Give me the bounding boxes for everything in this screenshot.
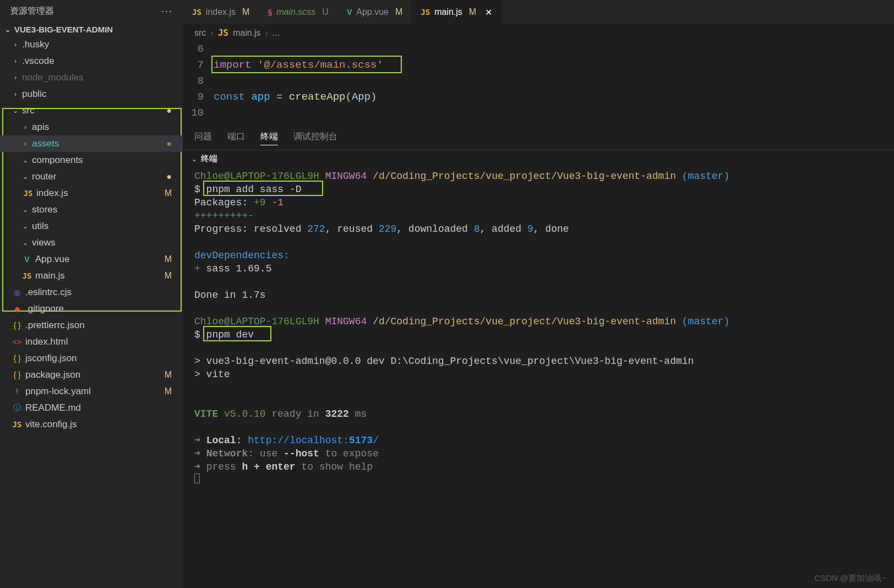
code-content[interactable]: import '@/assets/main.scss' const app = … <box>214 41 894 121</box>
js-icon: JS <box>22 189 34 198</box>
eslint-icon: ◎ <box>11 288 23 297</box>
tree-item-label: components <box>32 155 83 166</box>
chevron-icon: › <box>11 41 20 48</box>
status-badge: M <box>242 7 249 17</box>
status-badge: ● <box>166 172 172 182</box>
tab-debug-console[interactable]: 调试控制台 <box>293 131 337 145</box>
tree-item-label: README.md <box>25 402 81 413</box>
file-App.vue[interactable]: VApp.vueM <box>0 251 183 268</box>
tree-item-label: assets <box>32 138 59 149</box>
info-icon: ⓘ <box>11 403 23 413</box>
tab-label: main.scss <box>276 7 315 17</box>
file-.gitignore[interactable]: ◆.gitignore <box>0 301 183 317</box>
lock-icon: ! <box>11 387 23 396</box>
explorer-header: 资源管理器 ··· <box>0 0 183 23</box>
chevron-icon: › <box>11 74 20 81</box>
terminal-output[interactable]: Chloe@LAPTOP-176LGL9H MINGW64 /d/Coding_… <box>183 167 894 588</box>
folder-router[interactable]: ⌄router● <box>0 168 183 185</box>
js-icon: JS <box>11 420 23 429</box>
editor-tabs: JSindex.jsM§main.scssUVApp.vueMJSmain.js… <box>183 0 894 24</box>
tab-ports[interactable]: 端口 <box>227 131 245 145</box>
json-icon: { } <box>11 371 23 379</box>
tree-item-label: apis <box>32 122 49 133</box>
git-icon: ◆ <box>11 304 23 313</box>
tree-item-label: src <box>22 105 35 116</box>
file-index.html[interactable]: <>index.html <box>0 334 183 350</box>
js-icon: JS <box>192 8 201 17</box>
file-vite.config.js[interactable]: JSvite.config.js <box>0 416 183 433</box>
more-icon[interactable]: ··· <box>161 6 173 17</box>
chevron-icon: ⌄ <box>21 156 30 164</box>
file-.prettierrc.json[interactable]: { }.prettierrc.json <box>0 317 183 334</box>
status-badge: ● <box>166 106 172 116</box>
code-editor[interactable]: 6 7 8 9 10 import '@/assets/main.scss' c… <box>183 41 894 121</box>
chevron-icon: › <box>21 140 30 148</box>
chevron-icon: ⌄ <box>11 107 20 115</box>
file-package.json[interactable]: { }package.jsonM <box>0 367 183 383</box>
tree-item-label: public <box>22 89 46 100</box>
file-pnpm-lock.yaml[interactable]: !pnpm-lock.yamlM <box>0 383 183 400</box>
tab-App.vue[interactable]: VApp.vueM <box>338 0 412 24</box>
tree-item-label: node_modules <box>22 72 84 83</box>
tree-item-label: pnpm-lock.yaml <box>25 386 91 397</box>
tree-item-label: App.vue <box>35 254 69 265</box>
tree-item-label: views <box>32 237 56 248</box>
status-badge: U <box>322 7 329 17</box>
chevron-icon: › <box>11 57 20 65</box>
file-index.js[interactable]: JSindex.jsM <box>0 185 183 202</box>
breadcrumb[interactable]: src › JS main.js › ... <box>183 24 894 41</box>
chevron-icon: › <box>21 123 30 131</box>
tree-item-label: jsconfig.json <box>25 353 77 364</box>
folder-stores[interactable]: ⌄stores <box>0 202 183 218</box>
chevron-down-icon: ⌄ <box>190 155 199 163</box>
project-header[interactable]: ⌄ VUE3-BIG-EVENT-ADMIN <box>0 23 183 36</box>
folder-apis[interactable]: ›apis <box>0 119 183 135</box>
sidebar: 资源管理器 ··· ⌄ VUE3-BIG-EVENT-ADMIN ›.husky… <box>0 0 183 588</box>
chevron-right-icon: › <box>265 28 268 38</box>
status-badge: ● <box>166 139 172 149</box>
tab-index.js[interactable]: JSindex.jsM <box>183 0 259 24</box>
tab-main.js[interactable]: JSmain.jsM✕ <box>412 0 501 24</box>
json-icon: { } <box>11 321 23 330</box>
folder-src[interactable]: ⌄src● <box>0 102 183 119</box>
status-badge: M <box>165 271 172 281</box>
breadcrumb-seg: main.js <box>233 28 261 38</box>
folder-.husky[interactable]: ›.husky <box>0 36 183 53</box>
scss-icon: § <box>268 8 272 17</box>
vue-icon: V <box>21 255 33 264</box>
chevron-right-icon: › <box>210 28 213 38</box>
tree-item-label: utils <box>32 221 48 232</box>
tab-main.scss[interactable]: §main.scssU <box>259 0 337 24</box>
folder-utils[interactable]: ⌄utils <box>0 218 183 235</box>
js-icon: JS <box>218 28 228 38</box>
status-badge: M <box>165 188 172 198</box>
chevron-icon: ⌄ <box>21 173 30 181</box>
status-badge: M <box>165 386 172 396</box>
file-tree: ›.husky›.vscode›node_modules›public⌄src●… <box>0 36 183 588</box>
folder-public[interactable]: ›public <box>0 86 183 102</box>
terminal-header[interactable]: ⌄ 终端 <box>183 150 894 167</box>
folder-.vscode[interactable]: ›.vscode <box>0 53 183 69</box>
json-icon: { } <box>11 354 23 363</box>
close-icon[interactable]: ✕ <box>485 7 492 18</box>
folder-components[interactable]: ⌄components <box>0 152 183 168</box>
file-.eslintrc.cjs[interactable]: ◎.eslintrc.cjs <box>0 284 183 301</box>
folder-views[interactable]: ⌄views <box>0 235 183 251</box>
tree-item-label: router <box>32 171 56 182</box>
tab-label: App.vue <box>356 7 389 17</box>
folder-assets[interactable]: ›assets● <box>0 135 183 152</box>
folder-node_modules[interactable]: ›node_modules <box>0 69 183 86</box>
tab-problems[interactable]: 问题 <box>194 131 212 145</box>
file-README.md[interactable]: ⓘREADME.md <box>0 400 183 416</box>
chevron-icon: ⌄ <box>21 206 30 214</box>
line-gutter: 6 7 8 9 10 <box>183 41 214 121</box>
tab-terminal[interactable]: 终端 <box>260 131 278 145</box>
chevron-icon: ⌄ <box>21 239 30 247</box>
file-main.js[interactable]: JSmain.jsM <box>0 268 183 284</box>
tree-item-label: index.html <box>25 336 68 347</box>
tab-label: index.js <box>206 7 236 17</box>
file-jsconfig.json[interactable]: { }jsconfig.json <box>0 350 183 367</box>
tree-item-label: vite.config.js <box>25 419 77 430</box>
tree-item-label: .eslintrc.cjs <box>25 287 72 298</box>
chevron-icon: › <box>11 90 20 98</box>
